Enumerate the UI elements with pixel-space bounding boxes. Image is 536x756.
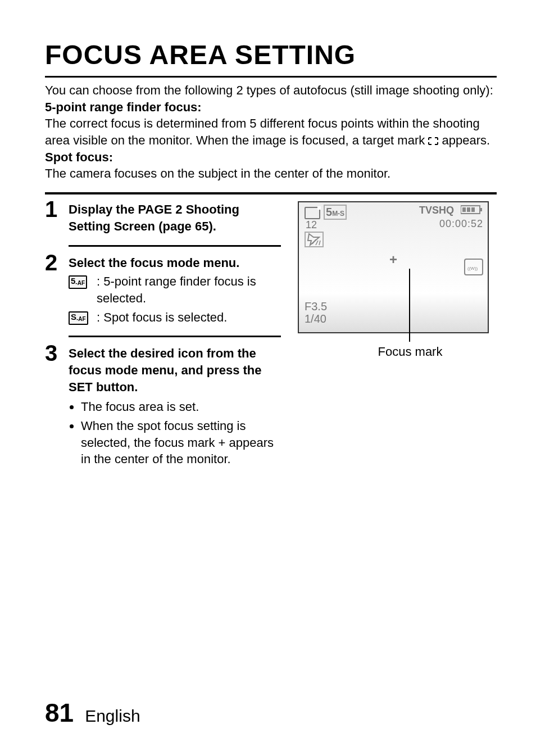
focus-mark-icon: +: [389, 252, 397, 268]
shutter-value: 1/40: [305, 313, 326, 325]
five-point-label: 5-point range finder focus:: [45, 100, 202, 114]
five-point-desc-after: appears.: [438, 133, 490, 147]
option-text: : Spot focus is selected.: [97, 309, 281, 326]
steps-column: 1 Display the PAGE 2 Shooting Setting Sc…: [45, 194, 281, 478]
step-1: 1 Display the PAGE 2 Shooting Setting Sc…: [45, 193, 281, 246]
card-icon: [305, 207, 320, 219]
shots-remaining: 12: [306, 219, 317, 231]
step-3: 3 Select the desired icon from the focus…: [45, 337, 281, 478]
option-saf: S-AF : Spot focus is selected.: [69, 309, 281, 326]
step-2: 2 Select the focus mode menu. 5-AF : 5-p…: [45, 247, 281, 338]
page-number: 81: [45, 698, 74, 728]
option-5af: 5-AF : 5-point range finder focus is sel…: [69, 273, 281, 306]
step-head: Select the focus mode menu.: [69, 255, 281, 271]
zoom-icon: ((W)): [464, 259, 483, 275]
page-footer: 81 English: [45, 698, 140, 728]
figure-column: 5M-S 12 TVSHQ 00:00:52 ((W)) F3.5 1/40 +: [298, 194, 489, 359]
bullet: When the spot focus setting is selected,…: [81, 418, 281, 468]
image-size-indicator: 5M-S: [324, 205, 347, 220]
step-number: 2: [45, 247, 69, 274]
five-af-icon: 5-AF: [69, 275, 87, 289]
svg-rect-3: [467, 207, 470, 212]
aperture-value: F3.5: [305, 300, 327, 313]
lcd-screenshot: 5M-S 12 TVSHQ 00:00:52 ((W)) F3.5 1/40 +: [298, 201, 489, 333]
record-time: 00:00:52: [439, 218, 483, 230]
spot-desc: The camera focuses on the subject in the…: [45, 166, 390, 180]
step-number: 3: [45, 337, 69, 364]
target-mark-icon: [428, 137, 438, 145]
intro-lead: You can choose from the following 2 type…: [45, 83, 493, 97]
callout-line: [409, 269, 410, 342]
svg-rect-1: [480, 208, 482, 211]
manual-page: FOCUS AREA SETTING You can choose from t…: [0, 0, 536, 756]
intro-text: You can choose from the following 2 type…: [45, 82, 497, 182]
battery-icon: [461, 205, 483, 217]
step-head: Select the desired icon from the focus m…: [69, 345, 281, 395]
step-head: Display the PAGE 2 Shooting Setting Scre…: [69, 201, 281, 234]
spot-label: Spot focus:: [45, 150, 113, 164]
option-text: : 5-point range finder focus is selected…: [97, 273, 281, 306]
svg-rect-4: [471, 207, 475, 212]
step-bullets: The focus area is set. When the spot foc…: [69, 399, 281, 468]
main-layout: 1 Display the PAGE 2 Shooting Setting Sc…: [45, 194, 497, 478]
svg-text:((W)): ((W)): [467, 266, 478, 271]
spot-af-icon: S-AF: [69, 311, 88, 325]
five-point-desc-before: The correct focus is determined from 5 d…: [45, 116, 480, 147]
flash-icon: [305, 232, 324, 247]
figure-caption: Focus mark: [298, 345, 489, 359]
svg-rect-2: [462, 207, 466, 212]
video-quality-indicator: TVSHQ: [419, 205, 454, 216]
page-title: FOCUS AREA SETTING: [45, 39, 497, 78]
step-number: 1: [45, 193, 69, 220]
language-label: English: [85, 707, 140, 726]
bullet: The focus area is set.: [81, 399, 281, 415]
